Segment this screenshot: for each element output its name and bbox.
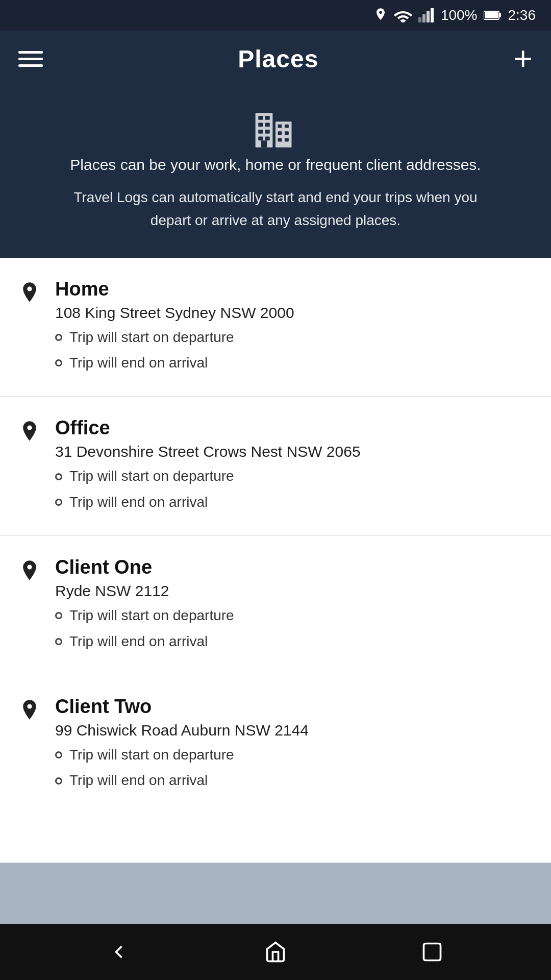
svg-rect-2	[427, 11, 430, 22]
bullet-icon	[55, 638, 62, 645]
svg-rect-6	[485, 12, 498, 18]
svg-rect-23	[261, 140, 267, 148]
place-name-client-two: Client Two	[55, 696, 533, 718]
svg-rect-11	[258, 122, 263, 127]
place-item-home[interactable]: Home 108 King Street Sydney NSW 2000 Tri…	[0, 258, 551, 397]
place-tag-arrival-client-two: Trip will end on arrival	[55, 768, 533, 793]
home-button[interactable]	[255, 932, 296, 972]
svg-rect-0	[418, 17, 421, 22]
bullet-icon	[55, 777, 62, 785]
pin-icon	[18, 280, 41, 315]
battery-text: 100%	[441, 7, 478, 23]
battery-icon	[484, 8, 502, 22]
bullet-icon	[55, 751, 62, 758]
add-place-button[interactable]: +	[514, 42, 533, 75]
svg-rect-21	[278, 138, 282, 142]
place-name-home: Home	[55, 278, 533, 300]
bullet-icon	[55, 359, 62, 366]
bullet-icon	[55, 473, 62, 480]
svg-rect-17	[278, 125, 282, 128]
svg-rect-5	[499, 13, 501, 17]
place-details-client-one: Client One Ryde NSW 2112 Trip will start…	[55, 556, 533, 654]
app-bar: Places +	[0, 31, 551, 87]
places-list: Home 108 King Street Sydney NSW 2000 Tri…	[0, 258, 551, 863]
place-tags-office: Trip will start on departure Trip will e…	[55, 463, 533, 515]
place-tag-departure-client-two: Trip will start on departure	[55, 742, 533, 768]
place-address-home: 108 King Street Sydney NSW 2000	[55, 304, 533, 322]
place-name-office: Office	[55, 417, 533, 439]
place-tag-arrival-home: Trip will end on arrival	[55, 350, 533, 376]
place-details-home: Home 108 King Street Sydney NSW 2000 Tri…	[55, 278, 533, 376]
bullet-icon	[55, 612, 62, 619]
svg-rect-19	[278, 131, 282, 135]
svg-rect-14	[265, 130, 270, 134]
signal-icon	[418, 8, 435, 22]
place-details-client-two: Client Two 99 Chiswick Road Auburn NSW 2…	[55, 696, 533, 794]
svg-rect-15	[258, 136, 263, 140]
svg-rect-24	[423, 944, 440, 961]
page-title: Places	[238, 45, 318, 73]
svg-rect-1	[422, 14, 425, 22]
svg-rect-12	[265, 122, 270, 127]
place-address-client-one: Ryde NSW 2112	[55, 582, 533, 600]
pin-icon	[18, 698, 41, 732]
time-text: 2:36	[508, 7, 536, 23]
header-description-1: Places can be your work, home or frequen…	[70, 153, 481, 176]
bullet-icon	[55, 334, 62, 341]
pin-icon	[18, 419, 41, 454]
navigation-bar	[0, 924, 551, 980]
place-item-client-two[interactable]: Client Two 99 Chiswick Road Auburn NSW 2…	[0, 675, 551, 814]
svg-rect-20	[285, 131, 289, 135]
location-icon	[373, 7, 388, 23]
status-bar: 100% 2:36	[0, 0, 551, 31]
status-icons: 100% 2:36	[373, 7, 536, 23]
svg-rect-18	[285, 125, 289, 128]
place-tag-arrival-client-one: Trip will end on arrival	[55, 629, 533, 654]
place-tag-departure-client-one: Trip will start on departure	[55, 603, 533, 628]
place-details-office: Office 31 Devonshire Street Crows Nest N…	[55, 417, 533, 515]
place-name-client-one: Client One	[55, 556, 533, 578]
place-tag-departure-office: Trip will start on departure	[55, 463, 533, 489]
svg-rect-22	[285, 138, 289, 142]
svg-rect-9	[258, 116, 263, 120]
bottom-spacer	[0, 863, 551, 924]
building-icon	[253, 107, 298, 153]
place-tag-departure-home: Trip will start on departure	[55, 325, 533, 350]
place-address-client-two: 99 Chiswick Road Auburn NSW 2144	[55, 722, 533, 739]
place-item-client-one[interactable]: Client One Ryde NSW 2112 Trip will start…	[0, 536, 551, 675]
place-item-office[interactable]: Office 31 Devonshire Street Crows Nest N…	[0, 397, 551, 536]
menu-button[interactable]	[18, 51, 43, 67]
svg-rect-16	[265, 136, 270, 140]
place-address-office: 31 Devonshire Street Crows Nest NSW 2065	[55, 443, 533, 460]
recents-button[interactable]	[412, 932, 453, 972]
place-tag-arrival-office: Trip will end on arrival	[55, 489, 533, 515]
place-tags-client-two: Trip will start on departure Trip will e…	[55, 742, 533, 794]
place-tags-client-one: Trip will start on departure Trip will e…	[55, 603, 533, 654]
svg-rect-3	[431, 8, 434, 22]
back-button[interactable]	[98, 932, 139, 972]
wifi-icon	[394, 8, 412, 22]
header-description-2: Travel Logs can automatically start and …	[56, 186, 495, 232]
bullet-icon	[55, 499, 62, 506]
place-tags-home: Trip will start on departure Trip will e…	[55, 325, 533, 376]
svg-rect-10	[265, 116, 270, 120]
pin-icon	[18, 558, 41, 593]
svg-rect-13	[258, 130, 263, 134]
header-info-section: Places can be your work, home or frequen…	[0, 87, 551, 258]
